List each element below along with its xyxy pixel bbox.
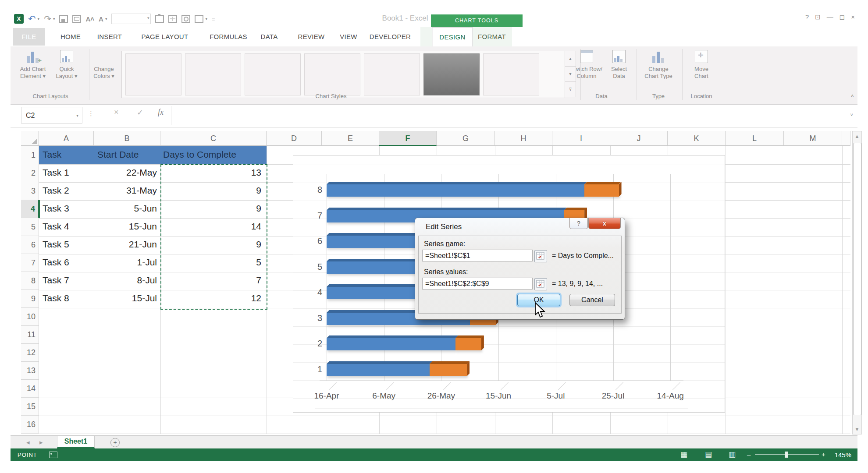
tab-formulas[interactable]: FORMULAS: [210, 27, 247, 46]
row-header-13[interactable]: 13: [21, 362, 39, 380]
cell-start-date[interactable]: 1-Jul: [94, 257, 157, 268]
cell-start-date[interactable]: 15-Jul: [94, 293, 157, 304]
chart-style-thumb-1[interactable]: [125, 53, 181, 95]
redo-icon[interactable]: ↷: [44, 14, 51, 24]
series-values-range-selector-icon[interactable]: [534, 278, 547, 290]
font-increase-icon[interactable]: A˄: [85, 15, 94, 23]
sheet-tab-sheet1[interactable]: Sheet1: [57, 436, 95, 448]
column-header-B[interactable]: B: [94, 131, 160, 146]
chart-style-thumb-2[interactable]: [185, 53, 241, 95]
bar-days-segment[interactable]: [430, 364, 467, 376]
redo-dropdown-icon[interactable]: ▾: [53, 17, 55, 21]
cell-task[interactable]: Task 7: [43, 275, 69, 286]
zoom-slider-thumb[interactable]: [785, 452, 788, 458]
series-name-range-selector-icon[interactable]: [534, 250, 547, 262]
move-chart-button[interactable]: ✛MoveChart: [684, 48, 719, 93]
gallery-more-icon[interactable]: ⊽: [565, 81, 576, 97]
row-header-12[interactable]: 12: [21, 344, 39, 362]
column-header-H[interactable]: H: [495, 131, 552, 146]
select-data-button[interactable]: SelectData: [602, 48, 636, 93]
insert-function-icon[interactable]: fx: [158, 108, 164, 117]
select-all-corner[interactable]: [21, 131, 39, 146]
tab-page-layout[interactable]: PAGE LAYOUT: [142, 27, 189, 46]
row-header-15[interactable]: 15: [21, 398, 39, 416]
change-colors-button[interactable]: ChangeColors ▾: [87, 48, 121, 93]
page-break-view-icon[interactable]: ▥: [729, 450, 736, 459]
print-preview-icon[interactable]: [181, 15, 190, 23]
cell-task[interactable]: Task 8: [43, 293, 69, 304]
column-header-E[interactable]: E: [322, 131, 379, 146]
excel-logo-icon[interactable]: X: [14, 14, 24, 24]
scroll-up-icon[interactable]: ▲: [853, 131, 861, 141]
font-dropdown-icon[interactable]: ▾: [105, 17, 107, 21]
chart-style-thumb-7[interactable]: [483, 53, 539, 95]
help-icon[interactable]: ?: [805, 13, 809, 21]
row-header-9[interactable]: 9: [21, 290, 39, 308]
gallery-scroll-up-icon[interactable]: ▲: [565, 51, 576, 67]
tab-insert[interactable]: INSERT: [97, 27, 122, 46]
column-header-C[interactable]: C: [160, 131, 267, 146]
bar-days-segment[interactable]: [584, 184, 619, 197]
tab-home[interactable]: HOME: [60, 27, 81, 46]
font-color-icon[interactable]: A: [99, 15, 103, 23]
formula-input[interactable]: [171, 106, 840, 125]
undo-icon[interactable]: ↶: [28, 14, 36, 24]
page-layout-view-icon[interactable]: ▤: [705, 450, 712, 459]
column-header-D[interactable]: D: [267, 131, 322, 146]
chart-style-thumb-4[interactable]: [304, 53, 360, 95]
row-header-16[interactable]: 16: [21, 416, 39, 434]
tab-review[interactable]: REVIEW: [298, 27, 325, 46]
shapes-icon[interactable]: [195, 15, 203, 23]
cell-task[interactable]: Task 6: [43, 257, 69, 268]
column-header-J[interactable]: J: [610, 131, 668, 146]
sheet-next-icon[interactable]: ▸: [39, 438, 43, 446]
tab-developer[interactable]: DEVELOPER: [370, 27, 411, 46]
save-icon[interactable]: [59, 15, 68, 23]
tab-data[interactable]: DATA: [261, 27, 278, 46]
row-header-14[interactable]: 14: [21, 380, 39, 398]
zoom-level[interactable]: 145%: [835, 451, 851, 459]
minimize-icon[interactable]: —: [827, 13, 833, 21]
add-chart-element-button[interactable]: +Add ChartElement ▾: [16, 48, 50, 93]
row-header-1[interactable]: 1: [21, 146, 39, 164]
column-header-G[interactable]: G: [437, 131, 495, 146]
cell-start-date[interactable]: 5-Jun: [94, 203, 157, 214]
column-header-K[interactable]: K: [668, 131, 726, 146]
shapes-dropdown-icon[interactable]: ▾: [205, 17, 207, 21]
normal-view-icon[interactable]: ▦: [680, 450, 687, 459]
tab-file[interactable]: FILE: [13, 28, 45, 46]
scroll-down-icon[interactable]: ▼: [853, 424, 861, 434]
tab-design[interactable]: DESIGN: [432, 27, 473, 47]
column-header-I[interactable]: I: [552, 131, 610, 146]
row-header-11[interactable]: 11: [21, 326, 39, 344]
cell-start-date[interactable]: 21-Jun: [94, 239, 157, 250]
tab-format[interactable]: FORMAT: [478, 27, 506, 46]
collapse-ribbon-icon[interactable]: ˄: [850, 93, 854, 99]
chart-style-thumb-3[interactable]: [245, 53, 301, 95]
email-icon[interactable]: [72, 15, 81, 23]
restore-icon[interactable]: ◻: [840, 13, 845, 21]
cell-task[interactable]: Task 3: [43, 203, 69, 214]
zoom-out-icon[interactable]: –: [747, 451, 751, 458]
cancel-button[interactable]: Cancel: [569, 294, 615, 306]
column-header-A[interactable]: A: [39, 131, 94, 146]
sheet-prev-icon[interactable]: ◂: [26, 438, 30, 446]
row-header-2[interactable]: 2: [21, 164, 39, 182]
cell-start-date[interactable]: 8-Jul: [94, 275, 157, 286]
cancel-entry-icon[interactable]: ×: [114, 108, 119, 117]
row-header-7[interactable]: 7: [21, 254, 39, 272]
vertical-scroll-thumb[interactable]: [854, 143, 861, 415]
cell-task[interactable]: Task 2: [43, 185, 69, 196]
cell-start-date[interactable]: 15-Jun: [94, 221, 157, 232]
change-chart-type-button[interactable]: ChangeChart Type: [641, 48, 676, 93]
chart-style-thumb-5[interactable]: [364, 53, 420, 95]
name-box[interactable]: C2▾: [21, 107, 82, 124]
cell-task[interactable]: Task 1: [43, 167, 69, 178]
bar-days-segment[interactable]: [455, 338, 481, 350]
new-sheet-icon[interactable]: +: [110, 438, 120, 447]
bar-start-segment[interactable]: [327, 184, 584, 197]
row-header-5[interactable]: 5: [21, 218, 39, 236]
dialog-close-button[interactable]: x: [588, 218, 621, 229]
cell-start-date[interactable]: 22-May: [94, 167, 157, 178]
cell-start-date[interactable]: 31-May: [94, 185, 157, 196]
